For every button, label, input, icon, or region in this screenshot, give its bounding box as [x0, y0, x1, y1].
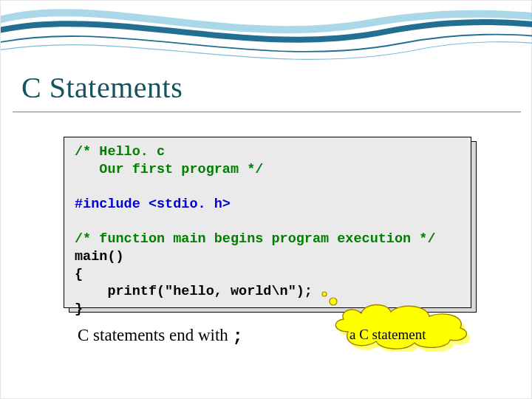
code-include: #include <stdio. h> [75, 197, 231, 212]
code-line: { [75, 267, 83, 282]
footer-note: C statements end with ; [78, 326, 243, 347]
slide-title: C Statements [21, 70, 183, 105]
footer-semicolon: ; [233, 327, 243, 347]
wave-decoration [1, 1, 532, 75]
code-line: } [75, 301, 83, 317]
callout-cloud: a C statement [318, 291, 488, 352]
code-line: printf("hello, world\n"); [75, 284, 313, 299]
code-line: main() [75, 249, 124, 265]
code-comment: /* Hello. c [75, 144, 165, 160]
code-box: /* Hello. c Our first program */ #includ… [64, 137, 471, 308]
callout-label: a C statement [349, 327, 426, 343]
svg-point-1 [322, 292, 327, 296]
title-underline [13, 112, 521, 112]
footer-text: C statements end with [78, 326, 233, 344]
code-comment: Our first program */ [75, 162, 263, 177]
code-comment: /* function main begins program executio… [75, 231, 435, 247]
svg-point-0 [330, 298, 337, 305]
slide: C Statements /* Hello. c Our first progr… [0, 0, 532, 399]
